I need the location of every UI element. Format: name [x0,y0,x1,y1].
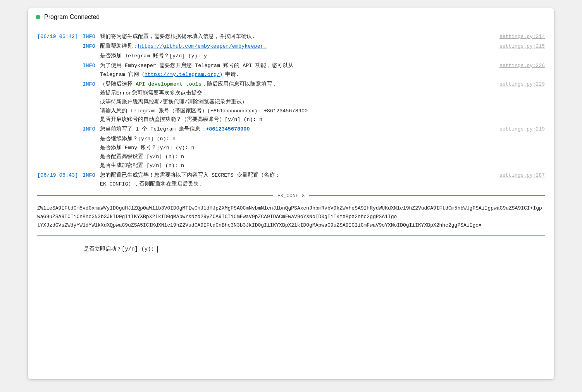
log-timestamp-8: [06/19 06:43] [37,172,81,178]
log-line-8: [06/19 06:43] INFO 您的配置已生成完毕！您需要将以下内容写入 … [37,171,545,189]
log-level-5: INFO [83,81,95,87]
log-prefix-1: [06/19 06:42] INFO [37,33,100,41]
log-line-3: [06/19 06:42] INFO 是否添加 Telegram 账号？[y/n… [37,52,545,61]
log-content-1: 我们将为您生成配置，需要您根据提示填入信息，并按回车确认. settings.p… [100,33,545,41]
log-prefix-3: [06/19 06:42] INFO [37,52,100,61]
prompt-text: 是否立即启动？[y/n] (y): [84,246,157,252]
config-help-link[interactable]: https://github.com/embykeeper/embykeeper… [138,43,267,49]
code-api-dev: API development tools [136,81,201,87]
log-line-2: [06/19 06:42] INFO 配置帮助详见：https://github… [37,42,545,51]
log-text-5: （登陆后选择 API development tools，随后应用信息可以随意填… [100,80,308,125]
log-content-2: 配置帮助详见：https://github.com/embykeeper/emb… [100,42,545,51]
log-content-6: 您当前填写了 1 个 Telegram 账号信息：+8612345678900 … [100,125,545,134]
log-prefix-5: [06/19 06:42] INFO [37,80,100,125]
log-source-4: settings.py:226 [493,62,545,70]
input-prompt: 是否立即启动？[y/n] (y): [37,245,545,254]
log-prefix-2: [06/19 06:42] INFO [37,42,100,51]
log-line-4: [06/19 06:42] INFO 为了使用 Embykeeper 需要您开启… [37,62,545,79]
log-level-6: INFO [83,126,95,132]
log-text-6: 您当前填写了 1 个 Telegram 账号信息：+8612345678900 [100,125,250,134]
log-source-1: settings.py:214 [493,33,545,41]
cursor [157,246,158,253]
log-line-7: [06/19 06:42] INFO 是否继续添加？[y/n] (n): n 是… [37,135,545,170]
log-source-2: settings.py:215 [493,42,545,51]
console-output: [06/19 06:42] INFO 我们将为您生成配置，需要您根据提示填入信息… [28,26,554,260]
log-level-4: INFO [83,63,95,69]
log-prefix-8: [06/19 06:43] INFO [37,171,100,189]
main-window: Program Connected [06/19 06:42] INFO 我们将… [28,8,554,380]
log-content-7: 是否继续添加？[y/n] (n): n 是否添加 Emby 账号？[y/n] (… [100,135,545,170]
log-level-8: INFO [83,172,95,178]
log-prefix-6: [06/19 06:42] INFO [37,125,100,134]
log-content-8: 您的配置已生成完毕！您需要将以下内容写入 SECRETS 变量配置（名称： EK… [100,171,545,189]
log-content-5: （登陆后选择 API development tools，随后应用信息可以随意填… [100,80,545,125]
ek-config-label: EK_CONFIG [273,192,309,200]
ek-config-value: ZW1ieSA9IFtdCm5vdGxmaWVyID0gdHJ1ZQp0aW1l… [37,199,545,231]
log-source-8: settings.py:287 [493,171,545,180]
log-text-2: 配置帮助详见：https://github.com/embykeeper/emb… [100,42,267,51]
telegram-link[interactable]: https://my.telegram.org/ [145,72,220,77]
ek-config-section: EK_CONFIG ZW1ieSA9IFtdCm5vdGxmaWVyID0gdH… [37,195,545,236]
log-line-1: [06/19 06:42] INFO 我们将为您生成配置，需要您根据提示填入信息… [37,33,545,41]
log-line-5: [06/19 06:42] INFO （登陆后选择 API developmen… [37,80,545,125]
log-source-5: settings.py:229 [493,80,545,89]
title-bar: Program Connected [28,8,554,26]
log-prefix-7: [06/19 06:42] INFO [37,135,100,170]
log-prefix-4: [06/19 06:42] INFO [37,62,100,79]
log-line-6: [06/19 06:42] INFO 您当前填写了 1 个 Telegram 账… [37,125,545,134]
log-level-1: INFO [83,34,95,40]
window-title: Program Connected [44,14,100,21]
log-level-2: INFO [83,43,95,49]
log-text-4: 为了使用 Embykeeper 需要您开启您 Telegram 账号的 API … [100,62,293,79]
status-indicator [36,15,40,19]
phone-number: +8612345678900 [206,126,250,132]
log-content-3: 是否添加 Telegram 账号？[y/n] (y): y [100,52,545,61]
log-source-6: settings.py:219 [493,125,545,134]
log-text-1: 我们将为您生成配置，需要您根据提示填入信息，并按回车确认. [100,33,255,41]
log-timestamp-1: [06/19 06:42] [37,34,81,40]
log-content-4: 为了使用 Embykeeper 需要您开启您 Telegram 账号的 API … [100,62,545,79]
log-text-8: 您的配置已生成完毕！您需要将以下内容写入 SECRETS 变量配置（名称： EK… [100,171,280,189]
